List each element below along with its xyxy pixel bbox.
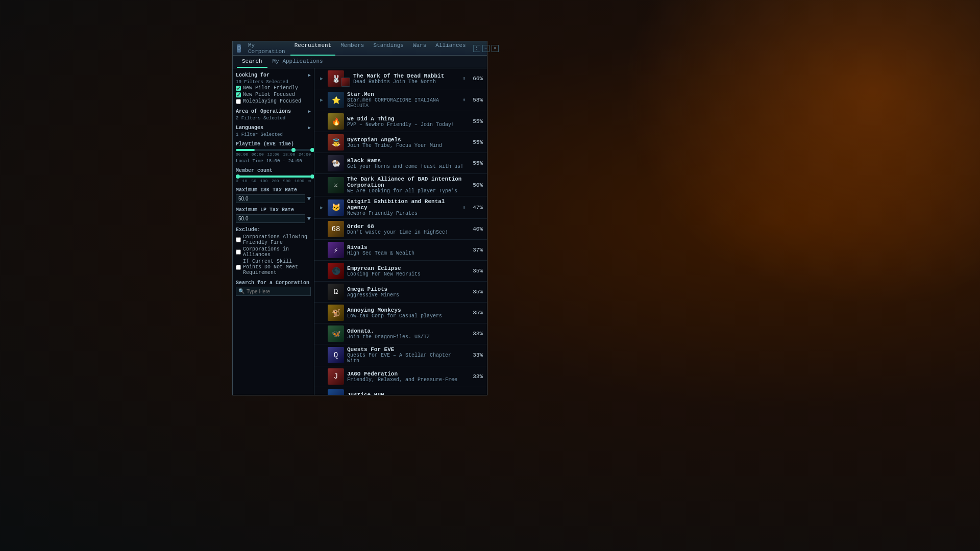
mc-label-7: ∞: [308, 179, 311, 183]
tab-members[interactable]: Members: [336, 41, 368, 56]
corp-icons: 🦋: [328, 325, 344, 342]
corp-row[interactable]: ▶🐱Catgirl Exhibition and Rental AgencyNe…: [314, 196, 487, 219]
search-corp-input[interactable]: [247, 289, 311, 294]
search-corp-section: Search for a Corporation 🔍: [236, 280, 311, 296]
max-lp-tax-section: Maximum LP Tax Rate ▼: [236, 207, 311, 223]
corp-description: PVP – Newbro Friendly – Join Today!: [347, 122, 464, 128]
corp-icons: 🐰: [328, 70, 350, 87]
corp-right: 55%: [468, 139, 483, 145]
looking-for-section: Looking for ▶ 10 Filters Selected New Pi…: [236, 72, 311, 105]
playtime-thumb-left[interactable]: [291, 148, 296, 152]
corp-icons: 🔥: [328, 113, 344, 130]
corp-info: Odonata.Join the DragonFiles. US/TZ: [347, 328, 464, 340]
corp-row[interactable]: ▶⭐Star.MenStar.men CORPORAZIONE ITALIANA…: [314, 89, 487, 111]
corp-name: Empyrean Eclipse: [347, 265, 464, 271]
corp-row[interactable]: 🔥We Did A ThingPVP – Newbro Friendly – J…: [314, 111, 487, 132]
playtime-label-0: 00:00: [236, 152, 248, 157]
exclude-in-alliances-input[interactable]: [236, 249, 241, 255]
tab-standings[interactable]: Standings: [369, 41, 407, 56]
area-operations-arrow[interactable]: ▶: [308, 109, 311, 114]
corp-match-percent: 47%: [468, 205, 483, 211]
corp-row[interactable]: QQuests For EVEQuests For EVE – A Stella…: [314, 344, 487, 366]
corp-row[interactable]: ⚡RivalsHigh Sec Team & Wealth37%: [314, 240, 487, 261]
playtime-slider-container: 00:00 06:00 12:00 18:00 24:00: [236, 149, 311, 157]
exclude-friendly-fire-input[interactable]: [236, 237, 241, 242]
title-bar: ⬡ My Corporation Recruitment Members Sta…: [233, 41, 487, 56]
corp-info: Justice HUNMagyar corp.: [347, 392, 459, 395]
corp-row[interactable]: 🐒Annoying MonkeysLow-tax Corp for Casual…: [314, 303, 487, 323]
filter-panel: Looking for ▶ 10 Filters Selected New Pi…: [233, 68, 314, 395]
tab-my-corporation[interactable]: My Corporation: [244, 41, 289, 56]
corp-logo: 🔥: [328, 113, 344, 130]
max-isk-tax-section: Maximum ISK Tax Rate ▼: [236, 187, 311, 203]
corp-row[interactable]: 🌑Empyrean EclipseLooking For New Recruit…: [314, 261, 487, 282]
minimize-button[interactable]: −: [482, 45, 489, 52]
corp-row[interactable]: 🐏Black RamsGet your Horns and come feast…: [314, 153, 487, 174]
corp-icons: ⚔: [328, 177, 344, 193]
corp-match-percent: 35%: [468, 268, 483, 274]
corp-info: Empyrean EclipseLooking For New Recruits: [347, 265, 464, 277]
exclude-in-alliances-label: Corporations in Alliances: [243, 246, 311, 258]
subtab-my-applications[interactable]: My Applications: [267, 56, 328, 68]
close-button[interactable]: ✕: [492, 45, 499, 52]
corp-logo: 🐱: [328, 199, 344, 216]
tab-recruitment[interactable]: Recruitment: [290, 41, 336, 56]
corp-match-arrow: ⬆: [462, 76, 465, 82]
window-tabs: My Corporation Recruitment Members Stand…: [244, 41, 470, 56]
max-lp-tax-arrow[interactable]: ▼: [307, 215, 311, 222]
corp-info: The Dark Alliance of BAD intention Corpo…: [347, 176, 464, 194]
corp-row[interactable]: ▶⚖Justice HUNMagyar corp.⬆33%: [314, 387, 487, 395]
corp-row[interactable]: 🦋Odonata.Join the DragonFiles. US/TZ33%: [314, 323, 487, 344]
exclude-skill-points-input[interactable]: [236, 265, 241, 270]
tab-alliances[interactable]: Alliances: [431, 41, 470, 56]
corp-match-percent: 55%: [468, 139, 483, 145]
corp-row[interactable]: ΩOmega PilotsAggressive Miners35%: [314, 282, 487, 303]
member-count-track: [236, 176, 311, 178]
corp-match-percent: 58%: [468, 97, 483, 103]
corp-logo: 🦋: [328, 325, 344, 342]
corp-row[interactable]: JJAGO FederationFriendly, Relaxed, and P…: [314, 366, 487, 387]
languages-section: Languages ▶ 1 Filter Selected: [236, 125, 311, 137]
corp-name: Catgirl Exhibition and Rental Agency: [347, 198, 459, 211]
corp-info: We Did A ThingPVP – Newbro Friendly – Jo…: [347, 116, 464, 128]
corp-description: High Sec Team & Wealth: [347, 251, 464, 256]
languages-selected: 1 Filter Selected: [236, 132, 311, 137]
corp-row[interactable]: ▶🐰The Mark Of The Dead RabbitDead Rabbit…: [314, 68, 487, 89]
corp-row[interactable]: ⚔The Dark Alliance of BAD intention Corp…: [314, 174, 487, 196]
checkbox-roleplaying-focused-input[interactable]: [236, 99, 241, 104]
max-lp-tax-input[interactable]: [236, 214, 305, 223]
mc-label-0: 0: [236, 179, 238, 183]
languages-arrow[interactable]: ▶: [308, 125, 311, 131]
checkbox-new-pilot-friendly-input[interactable]: [236, 86, 241, 91]
corp-right: 55%: [468, 160, 483, 166]
member-count-thumb-right[interactable]: [310, 174, 314, 179]
playtime-thumb-right[interactable]: [310, 148, 314, 152]
corp-logo: Ω: [328, 284, 344, 300]
subtab-search[interactable]: Search: [237, 56, 267, 68]
corp-name: Order 68: [347, 223, 464, 230]
checkbox-roleplaying-focused-label: Roleplaying Focused: [243, 98, 301, 104]
corp-row[interactable]: 68Order 68Don't waste your time in HighS…: [314, 219, 487, 240]
corp-expand-icon: ▶: [318, 394, 325, 395]
corp-description: WE Are Looking for All player Type's: [347, 188, 464, 194]
mc-label-1: 10: [242, 179, 248, 183]
max-isk-tax-input[interactable]: [236, 194, 305, 203]
member-count-thumb-left[interactable]: [236, 174, 240, 179]
menu-button[interactable]: ⋮: [473, 45, 480, 52]
corp-expand-icon: ▶: [318, 205, 325, 211]
max-isk-tax-arrow[interactable]: ▼: [307, 195, 311, 203]
tab-wars[interactable]: Wars: [409, 41, 430, 56]
corp-name: Annoying Monkeys: [347, 307, 464, 313]
search-icon: 🔍: [238, 288, 244, 294]
corp-row[interactable]: 👼Dystopian AngelsJoin The Tribe, Focus Y…: [314, 132, 487, 153]
corp-description: Friendly, Relaxed, and Pressure-Free: [347, 377, 464, 383]
alliance-logo: [341, 78, 350, 87]
member-count-slider-container: 0 10 50 100 200 500 1000 ∞: [236, 176, 311, 183]
corp-icons: Ω: [328, 284, 344, 300]
member-count-section: Member count 0 10 50 100 200 500 10: [236, 168, 311, 183]
checkbox-new-pilot-focused-input[interactable]: [236, 92, 241, 97]
corp-match-arrow: ⬆: [462, 97, 465, 103]
corp-info: Omega PilotsAggressive Miners: [347, 286, 464, 298]
looking-for-arrow[interactable]: ▶: [308, 72, 311, 78]
corp-description: Aggressive Miners: [347, 292, 464, 298]
